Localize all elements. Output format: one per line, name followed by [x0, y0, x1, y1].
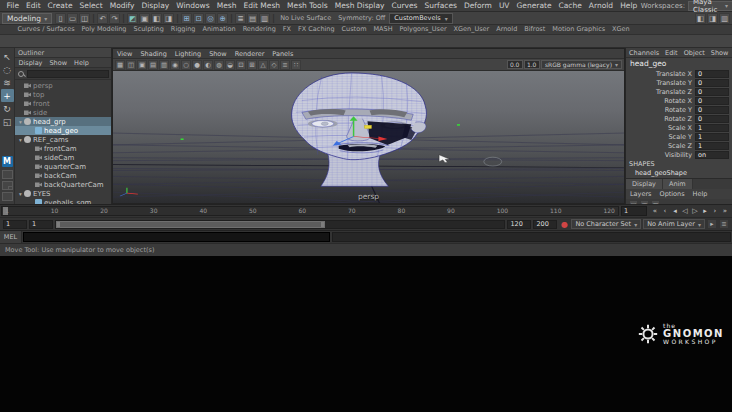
select-component-icon[interactable]: ◧ [151, 13, 162, 24]
menu-item[interactable]: Arnold [585, 1, 616, 10]
select-object-icon[interactable]: ▣ [139, 13, 150, 24]
layer-editor-menu-item[interactable]: Options [656, 189, 689, 199]
outliner-search-input[interactable] [27, 70, 109, 78]
attribute-value-field[interactable]: 0 [695, 70, 729, 78]
attribute-label[interactable]: Translate X [656, 70, 692, 78]
attribute-value-field[interactable]: 0 [695, 115, 729, 123]
shelf-tab[interactable]: Sculpting [130, 25, 167, 34]
use-all-lights-icon[interactable]: ◍ [214, 60, 224, 70]
snap-to-grid-icon[interactable]: ⊞ [181, 13, 192, 24]
animation-end-field[interactable]: 200 [533, 220, 557, 229]
outliner-item[interactable]: backQuarterCam [15, 180, 111, 189]
wireframe-icon[interactable]: ○ [181, 60, 191, 70]
channel-box-menu-item[interactable]: Show [708, 48, 732, 57]
shelf-tab[interactable]: Curves / Surfaces [14, 25, 78, 34]
menu-item[interactable]: Mesh [213, 1, 240, 10]
shape-node-name[interactable]: head_geoShape [626, 169, 732, 178]
play-backward-button[interactable]: ◁ [680, 206, 690, 217]
menu-item[interactable]: Display [138, 1, 173, 10]
resolution-gate-icon[interactable]: ▣ [137, 60, 147, 70]
shelf-tab[interactable]: XGen [609, 25, 634, 34]
outliner-item[interactable]: persp [15, 81, 111, 90]
screen-space-ao-icon[interactable]: ⊡ [236, 60, 246, 70]
new-scene-icon[interactable]: ▯ [55, 13, 66, 24]
isolate-select-icon[interactable]: ◇ [269, 60, 279, 70]
shelf-tab[interactable]: Rigging [167, 25, 199, 34]
attribute-value-field[interactable]: 1 [695, 124, 729, 132]
menu-item[interactable]: Mesh Display [331, 1, 388, 10]
shelf-tab[interactable]: Arnold [493, 25, 521, 34]
menu-item[interactable]: Deform [460, 1, 495, 10]
motion-blur-icon[interactable]: ⊞ [247, 60, 257, 70]
film-gate-icon[interactable]: ◫ [126, 60, 136, 70]
viewport-menu-item[interactable]: Show [205, 49, 231, 58]
menu-item[interactable]: UV [495, 1, 513, 10]
separator[interactable]: | [91, 13, 96, 24]
outliner-item[interactable]: sideCam [15, 153, 111, 162]
exposure-field[interactable]: 0.0 [507, 60, 523, 69]
outliner-menu-item[interactable]: Show [46, 58, 71, 67]
playback-start-field[interactable]: 1 [29, 220, 53, 229]
select-mask-icon[interactable]: ◨ [163, 13, 174, 24]
workspace-dropdown[interactable]: Maya Classic ▾ [688, 1, 732, 11]
playback-speed-icon[interactable]: ▸ [707, 219, 717, 229]
outliner-item[interactable]: backCam [15, 171, 111, 180]
selected-node-name[interactable]: head_geo [626, 58, 732, 69]
menu-item[interactable]: Help [617, 1, 641, 10]
separator[interactable]: | [175, 13, 180, 24]
shelf-tab[interactable]: Motion Graphics [549, 25, 609, 34]
time-slider-track[interactable]: 1102030405060708090100110120 [1, 206, 619, 216]
save-scene-icon[interactable]: ◫ [79, 13, 90, 24]
shadows-icon[interactable]: ◒ [225, 60, 235, 70]
redo-icon[interactable]: ↷ [109, 13, 120, 24]
attribute-label[interactable]: Translate Z [656, 88, 692, 96]
playback-end-field[interactable]: 120 [507, 220, 531, 229]
select-tool-icon[interactable]: ↖ [1, 50, 14, 63]
shelf-tab[interactable]: Polygons_User [396, 25, 450, 34]
gamma-field[interactable]: 1.0 [524, 60, 540, 69]
viewport-menu-item[interactable]: Renderer [231, 49, 269, 58]
shelf-tab[interactable]: MASH [370, 25, 396, 34]
camera-attributes-icon[interactable]: ◉ [170, 60, 180, 70]
menu-item[interactable]: Mesh Tools [284, 1, 332, 10]
animation-start-field[interactable]: 1 [3, 220, 27, 229]
viewport-menu-item[interactable]: View [113, 49, 136, 58]
shelf-content[interactable] [0, 35, 732, 48]
attribute-value-field[interactable]: 0 [695, 97, 729, 105]
channel-box-menu-item[interactable]: Channels [626, 48, 662, 57]
attribute-label[interactable]: Scale Y [668, 133, 692, 141]
separator[interactable]: | [271, 13, 276, 24]
field-chart-icon[interactable]: ▥ [159, 60, 169, 70]
outliner-item[interactable]: side [15, 108, 111, 117]
xray-icon[interactable]: △ [258, 60, 268, 70]
attribute-label[interactable]: Translate Y [656, 79, 692, 87]
layer-editor-menu-item[interactable]: Layers [626, 189, 656, 199]
outliner-item[interactable]: top [15, 90, 111, 99]
play-forward-button[interactable]: ▷ [690, 206, 700, 217]
menu-item[interactable]: Edit Mesh [240, 1, 284, 10]
current-time-marker[interactable] [3, 207, 8, 215]
gate-mask-icon[interactable]: ▤ [148, 60, 158, 70]
viewport-canvas[interactable]: persp [113, 71, 624, 203]
animation-preferences-icon[interactable]: ≡ [719, 219, 729, 229]
grid-icon[interactable]: ▦ [115, 60, 125, 70]
step-forward-key-button[interactable]: › [710, 206, 720, 217]
attribute-label[interactable]: Rotate Z [664, 115, 692, 123]
shelf-tab[interactable]: XGen_User [450, 25, 493, 34]
live-surface-indicator[interactable]: No Live Surface [277, 14, 334, 22]
attribute-label[interactable]: Scale X [668, 124, 692, 132]
menu-item[interactable]: File [3, 1, 23, 10]
attribute-label[interactable]: Visibility [665, 151, 692, 159]
snap-to-plane-icon[interactable]: ⊕ [217, 13, 228, 24]
shelf-tab[interactable]: Custom [338, 25, 370, 34]
undo-icon[interactable]: ↶ [97, 13, 108, 24]
anim-layer-dropdown[interactable]: No Anim Layer ▾ [643, 219, 705, 229]
color-management-dropdown[interactable]: sRGB gamma (legacy) ▾ [541, 60, 622, 69]
layer-editor-menu-item[interactable]: Help [689, 189, 712, 199]
viewport-menu-item[interactable]: Shading [136, 49, 170, 58]
open-scene-icon[interactable]: ▭ [67, 13, 78, 24]
attribute-value-field[interactable]: 1 [695, 133, 729, 141]
go-to-start-button[interactable]: « [650, 206, 660, 217]
outliner-menu-item[interactable]: Display [15, 58, 46, 67]
outliner-item[interactable]: ▾ EYES [15, 189, 111, 198]
